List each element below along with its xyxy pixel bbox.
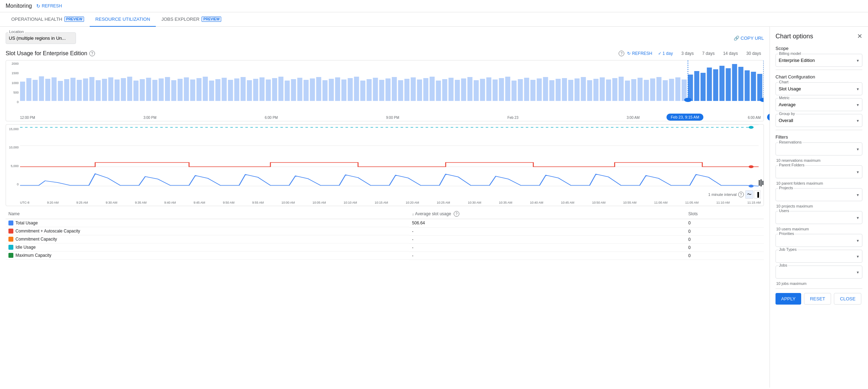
svg-rect-130 [759, 180, 760, 186]
billing-model-field: Billing model Enterprise Edition ▼ [776, 54, 862, 67]
svg-rect-47 [316, 77, 321, 101]
tab-jobs-explorer[interactable]: JOBS EXPLORER PREVIEW [156, 12, 227, 27]
svg-rect-131 [760, 179, 762, 186]
legend-col-name: Name [6, 209, 409, 219]
svg-rect-93 [732, 64, 737, 101]
filter-select-reservations[interactable] [776, 142, 862, 155]
filter-select-parent-folders[interactable] [776, 165, 862, 178]
time-btn-3days[interactable]: 3 days [678, 50, 696, 57]
chart-select[interactable]: Slot Usage [776, 82, 862, 95]
refresh-button[interactable]: ↻ REFRESH [36, 3, 62, 9]
time-btn-7days[interactable]: 7 days [700, 50, 717, 57]
tab-resource-utilization[interactable]: RESOURCE UTILIZATION [90, 12, 156, 27]
svg-rect-113 [656, 77, 661, 101]
svg-rect-64 [423, 78, 428, 101]
side-panel-title: Chart options ✕ [776, 32, 862, 40]
filters-label: Filters [776, 134, 862, 140]
filter-select-projects[interactable] [776, 188, 862, 201]
metric-label: Metric [778, 96, 790, 100]
legend-avg: - [409, 243, 686, 251]
chart-refresh-icon: ↻ [627, 51, 631, 56]
svg-rect-54 [360, 81, 365, 101]
svg-rect-41 [279, 77, 283, 101]
svg-rect-17 [127, 77, 132, 101]
line-chart-svg [20, 125, 759, 188]
avg-help-icon[interactable]: ? [454, 211, 459, 217]
svg-rect-43 [291, 79, 296, 101]
svg-rect-25 [178, 79, 183, 101]
svg-rect-83 [543, 77, 548, 101]
location-dropdown[interactable]: US (multiple regions in Un... [6, 32, 76, 44]
svg-rect-32 [222, 78, 226, 101]
interval-help-icon[interactable]: ? [738, 192, 744, 197]
filter-parent-folders: Parent Folders ▼ [776, 165, 862, 178]
line-chart-btn[interactable]: 〜 [745, 190, 753, 199]
legend-slots: 0 [685, 243, 764, 251]
reset-button[interactable]: RESET [804, 293, 831, 305]
legend-name: Maximum Capacity [15, 253, 51, 258]
filter-label-priorities: Priorities [778, 231, 795, 236]
svg-rect-108 [625, 81, 630, 101]
time-btn-1day[interactable]: ✓ 1 day [655, 50, 676, 57]
filter-select-job-types[interactable] [776, 250, 862, 263]
billing-model-select[interactable]: Enterprise Edition [776, 54, 862, 67]
side-panel: Chart options ✕ Scope Billing model Ente… [770, 27, 868, 388]
svg-rect-36 [247, 80, 252, 101]
stacked-bars-icon[interactable] [759, 179, 764, 187]
time-btn-30days[interactable]: 30 days [743, 50, 764, 57]
filter-select-users[interactable] [776, 211, 862, 224]
svg-rect-14 [108, 77, 113, 101]
svg-rect-116 [675, 77, 680, 101]
location-row: Location US (multiple regions in Un... 🔗… [6, 32, 764, 44]
svg-rect-72 [474, 80, 479, 101]
svg-rect-102 [587, 80, 592, 101]
svg-rect-6 [58, 81, 63, 101]
svg-point-120 [684, 98, 691, 102]
filter-hint-parent-folders: 10 parent folders maximum [776, 181, 862, 185]
chart-refresh-button[interactable]: ↻ REFRESH [627, 51, 652, 56]
legend-avg: 506.64 [409, 219, 686, 228]
legend-color [8, 253, 13, 258]
location-select[interactable]: Location US (multiple regions in Un... [6, 32, 76, 44]
svg-rect-38 [260, 77, 264, 101]
svg-rect-52 [348, 78, 353, 101]
svg-rect-107 [619, 77, 624, 101]
filter-select-jobs[interactable] [776, 266, 862, 279]
apply-button[interactable]: APPLY [776, 293, 801, 305]
svg-rect-80 [524, 78, 529, 101]
svg-rect-1 [26, 78, 31, 101]
group-by-select[interactable]: Overall [776, 114, 862, 127]
help-icon-controls[interactable]: ? [619, 51, 624, 56]
close-x-button[interactable]: ✕ [857, 32, 862, 40]
svg-rect-9 [77, 80, 82, 101]
time-btn-14days[interactable]: 14 days [720, 50, 741, 57]
help-icon-title[interactable]: ? [89, 51, 95, 56]
legend-row: Idle Usage - 0 [6, 243, 764, 251]
legend-col-avg[interactable]: ↓ Average slot usage ? [409, 209, 686, 219]
legend-avg: - [409, 227, 686, 235]
svg-rect-68 [448, 78, 453, 101]
filter-jobs: Jobs ▼ [776, 266, 862, 279]
svg-rect-23 [165, 77, 170, 101]
filter-users: Users ▼ [776, 211, 862, 224]
close-button[interactable]: CLOSE [834, 293, 861, 305]
legend-col-slots: Slots [685, 209, 764, 219]
bar-chart-btn[interactable]: ▐ [754, 190, 761, 199]
svg-rect-57 [379, 80, 384, 101]
legend-row: Total Usage 506.64 0 [6, 219, 764, 228]
svg-rect-27 [190, 79, 195, 101]
svg-rect-95 [745, 70, 749, 101]
legend-name: Commitment Capacity [15, 237, 57, 242]
legend-color [8, 221, 13, 225]
metric-select[interactable]: Average [776, 98, 862, 111]
svg-rect-53 [354, 77, 359, 101]
svg-rect-30 [209, 81, 214, 101]
svg-rect-75 [493, 79, 498, 101]
svg-point-129 [749, 185, 754, 187]
filter-select-priorities[interactable] [776, 234, 862, 247]
filter-label-jobs: Jobs [778, 263, 788, 267]
copy-url-button[interactable]: 🔗 COPY URL [734, 36, 764, 41]
preview-badge-jobs: PREVIEW [202, 17, 221, 22]
svg-rect-13 [102, 79, 107, 101]
tab-operational-health[interactable]: OPERATIONAL HEALTH PREVIEW [6, 12, 90, 27]
